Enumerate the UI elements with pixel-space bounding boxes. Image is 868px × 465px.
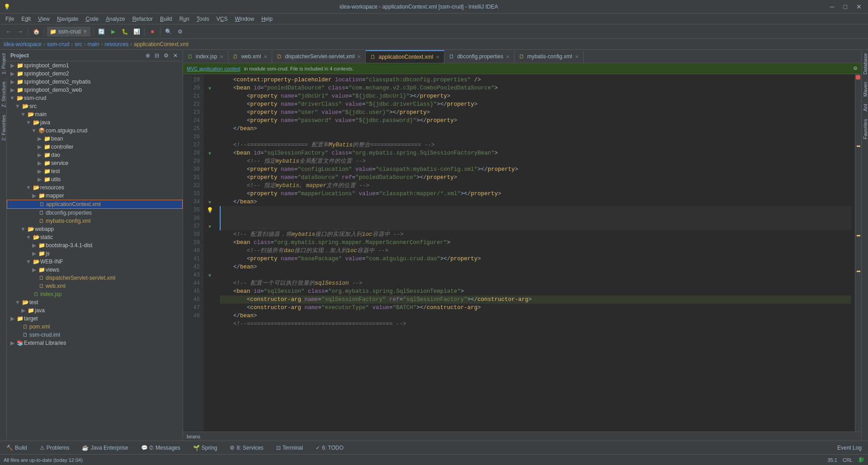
tree-item-java-test[interactable]: ▶ 📁 java [7,306,183,315]
cursor-position[interactable]: 35:1 [828,457,837,463]
tree-item-dao[interactable]: ▶ 📁 dao [7,151,183,159]
tree-item-utils[interactable]: ▶ 📁 utils [7,175,183,183]
run-button[interactable]: ▶ [108,27,118,37]
tree-item-springboot2[interactable]: ▶ 📁 springboot_demo2 [7,70,183,78]
menu-tools[interactable]: Tools [193,15,213,23]
home-button[interactable]: 🏠 [31,27,41,37]
tree-item-dbconfig[interactable]: 🗋 dbconfig.properties [7,209,183,217]
settings-button[interactable]: ⚙ [175,27,185,37]
messages-tool-item[interactable]: 💬 0: Messages [138,444,183,452]
tab-dbconfig[interactable]: 🗋 dbconfig.properties ✕ [444,50,514,63]
fold-icon-28[interactable]: ▼ [208,151,212,156]
search-everywhere-button[interactable]: 🔍 [163,27,173,37]
tree-item-views[interactable]: ▶ 📁 views [7,266,183,274]
tree-item-springboot3[interactable]: ▶ 📁 springboot_demo3_web [7,86,183,94]
tree-item-static[interactable]: ▼ 📂 static [7,233,183,241]
tree-item-dispatcher[interactable]: 🗋 dispatcherServlet-servlet.xml [7,274,183,282]
tab-close-appcontextxml[interactable]: ✕ [436,55,439,60]
menu-refactor[interactable]: Refactor [129,15,156,23]
gutter-43[interactable]: ▼ [203,271,216,279]
debug-button[interactable]: 🐛 [120,27,130,37]
tree-item-java[interactable]: ▼ 📂 java [7,118,183,127]
tab-close-indexjsp[interactable]: ✕ [220,54,223,59]
tree-item-appcontext[interactable]: 🗋 applicationContext.xml [7,200,183,209]
tree-item-package[interactable]: ▼ 📦 com.atguigu.crud [7,127,183,135]
tab-indexjsp[interactable]: 🗋 index.jsp ✕ [183,50,228,63]
tab-close-dispatcherxml[interactable]: ✕ [357,54,361,59]
project-tab[interactable]: 1: Project [0,50,7,78]
gutter-37[interactable]: ▼ [203,222,216,230]
tree-item-webapp[interactable]: ▼ 📂 webapp [7,225,183,233]
sync-button[interactable]: 🔄 [96,27,106,37]
tree-item-resources[interactable]: ▼ 📂 resources [7,183,183,192]
maven-tab[interactable]: Maven [862,78,868,100]
stop-button[interactable]: ■ [147,27,157,37]
fold-icon-37[interactable]: ▼ [208,224,212,229]
settings-icon[interactable]: ⚙ [162,52,170,59]
tree-item-src[interactable]: ▼ 📂 src [7,102,183,110]
menu-help[interactable]: Help [258,15,276,23]
tree-item-main[interactable]: ▼ 📂 main [7,110,183,118]
tab-appcontextxml[interactable]: 🗋 applicationContext.xml ✕ [366,50,444,63]
tree-item-webinf[interactable]: ▼ 📂 WEB-INF [7,258,183,266]
tree-item-ssmcrud[interactable]: ▼ 📂 ssm-crud [7,94,183,102]
tree-item-bootstrap[interactable]: ▶ 📁 bootstrap-3.4.1-dist [7,241,183,249]
services-tool-item[interactable]: ⚙ 8: Services [227,444,266,452]
tab-close-webxml[interactable]: ✕ [264,54,267,59]
favorites-tab-left[interactable]: 2: Favorites [0,111,7,144]
tree-item-test[interactable]: ▶ 📁 test [7,167,183,175]
menu-view[interactable]: View [34,15,53,23]
tree-item-controller[interactable]: ▶ 📁 controller [7,143,183,151]
tree-item-mapper[interactable]: ▶ 📁 mapper [7,192,183,200]
tab-close-dbconfig[interactable]: ✕ [506,54,509,59]
maximize-button[interactable]: □ [841,2,850,11]
structure-tab[interactable]: Z: Structure [0,78,7,111]
todo-tool-item[interactable]: ✓ 6: TODO [313,444,346,452]
database-tab[interactable]: Database [862,50,868,78]
menu-edit[interactable]: Edit [18,15,34,23]
bulb-icon-35[interactable]: 💡 [207,207,213,213]
tree-item-iml[interactable]: 🗋 ssm-crud.iml [7,331,183,339]
gutter-28[interactable]: ▼ [203,149,216,157]
tab-dispatcherxml[interactable]: 🗋 dispatcherServlet-servlet.xml ✕ [272,50,366,63]
project-selector[interactable]: 📁 ssm-crud ▼ [47,27,90,37]
menu-file[interactable]: File [2,15,18,23]
menu-code[interactable]: Code [82,15,102,23]
tree-item-bean[interactable]: ▶ 📁 bean [7,135,183,143]
tree-item-extlibs[interactable]: ▶ 📚 External Libraries [7,339,183,347]
tree-item-springboot1[interactable]: ▶ 📁 springboot_demo1 [7,61,183,70]
close-button[interactable]: ✕ [854,2,864,11]
tree-item-springboot2mybatis[interactable]: ▶ 📁 springboot_demo2_mybatis [7,78,183,86]
tree-item-test-dir[interactable]: ▼ 📂 test [7,298,183,306]
tab-close-mybatisconfig[interactable]: ✕ [575,54,579,59]
problems-tool-item[interactable]: ⚠ Problems [37,444,72,452]
tree-item-service[interactable]: ▶ 📁 service [7,159,183,167]
menu-run[interactable]: Run [176,15,193,23]
minimize-button[interactable]: ─ [827,2,837,11]
fold-icon-43[interactable]: ▼ [208,273,212,278]
forward-button[interactable]: → [15,27,25,37]
favorites-tab[interactable]: Favorites [862,115,868,143]
fold-icon-20[interactable]: ▼ [208,86,212,91]
ant-tab[interactable]: Ant [862,100,868,115]
tree-item-js[interactable]: ▶ 📁 js [7,249,183,258]
menu-build[interactable]: Build [156,15,176,23]
event-log-item[interactable]: Event Log [835,444,864,452]
settings-icon-notification[interactable]: ⚙ [853,66,858,71]
back-button[interactable]: ← [4,27,14,37]
tree-item-webxml[interactable]: 🗋 web.xml [7,282,183,290]
tree-item-mybatisconfig[interactable]: 🗋 mybatis-config.xml [7,217,183,225]
tab-webxml[interactable]: 🗋 web.xml ✕ [228,50,272,63]
line-ending[interactable]: CRL [843,457,853,463]
menu-analyze[interactable]: Analyze [102,15,129,23]
terminal-tool-item[interactable]: ⊡ Terminal [274,444,306,452]
build-tool-item[interactable]: 🔨 Build [4,444,30,452]
add-icon[interactable]: ⊕ [144,52,151,59]
java-enterprise-tool-item[interactable]: ☕ Java Enterprise [79,444,131,452]
mvc-context-link[interactable]: MVC application context [187,66,241,71]
collapse-all-icon[interactable]: ⊟ [153,52,160,59]
gutter-20[interactable]: ▼ [203,84,216,92]
coverage-button[interactable]: 📊 [132,27,142,37]
tree-item-target[interactable]: ▶ 📁 target [7,315,183,323]
tree-item-indexjsp[interactable]: 🗋 index.jsp [7,290,183,298]
